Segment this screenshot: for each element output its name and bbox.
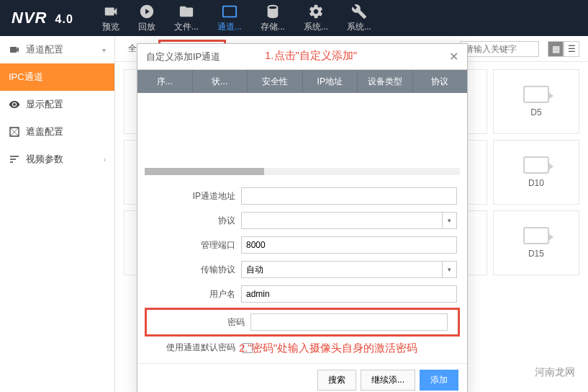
nav-system[interactable]: 系统... [304, 4, 328, 33]
modal-footer: 搜索 继续添... 添加 [137, 363, 467, 392]
nav-label: 文件... [174, 21, 199, 33]
ip-address-input[interactable] [241, 187, 457, 205]
camera-placeholder-icon [523, 156, 549, 174]
device-card[interactable]: D10 [493, 140, 579, 205]
sidebar-item-label: 视频参数 [26, 153, 63, 166]
ip-address-label: IP通道地址 [148, 190, 241, 202]
password-input[interactable] [250, 313, 448, 331]
view-toggle: ▦ ☰ [548, 41, 579, 57]
custom-add-modal: 自定义添加IP通道 ✕ 序... 状... 安全性 IP地址 设备类型 协议 I… [137, 43, 468, 392]
row-transport: 传输协议 ▾ [137, 257, 467, 282]
row-ip-address: IP通道地址 [137, 184, 467, 208]
nav-channel[interactable]: 通道... [217, 4, 242, 33]
device-card[interactable]: D5 [493, 69, 579, 134]
annotation-2: 2."密码"处输入摄像头自身的激活密码 [239, 342, 417, 355]
modal-title: 自定义添加IP通道 [146, 50, 220, 63]
device-card[interactable]: D15 [493, 210, 579, 275]
nav-preview[interactable]: 预览 [102, 4, 119, 33]
chevron-down-icon[interactable]: ▾ [443, 261, 457, 278]
gear-icon [308, 4, 324, 19]
nav-file[interactable]: 文件... [174, 4, 199, 33]
camera-placeholder-icon [523, 86, 549, 103]
top-navbar: NVR 4.0 预览 回放 文件... 通道... 存储... 系统... [0, 0, 588, 36]
channel-icon [222, 4, 238, 19]
password-label: 密码 [157, 316, 250, 329]
horizontal-scrollbar[interactable] [145, 168, 460, 175]
sidebar-header-label: 通道配置 [26, 43, 63, 56]
sidebar-item-label: 遮盖配置 [26, 125, 63, 138]
continue-add-button[interactable]: 继续添... [361, 370, 415, 391]
tab-ip[interactable]: IP地址 [303, 70, 358, 93]
sidebar-item-label: 显示配置 [26, 98, 63, 111]
add-button[interactable]: 添加 [420, 370, 458, 391]
storage-icon [265, 4, 281, 19]
nav-storage[interactable]: 存储... [261, 4, 285, 33]
tab-status[interactable]: 状... [193, 70, 248, 93]
sidebar: 通道配置 ▾ IPC通道 显示配置 遮盖配置 视频参数 › [0, 36, 115, 392]
modal-tabs: 序... 状... 安全性 IP地址 设备类型 协议 [137, 70, 467, 93]
row-port: 管理端口 [137, 233, 467, 257]
protocol-label: 协议 [148, 215, 241, 227]
nav-label: 系统... [347, 21, 371, 33]
close-icon[interactable]: ✕ [449, 50, 458, 63]
playback-icon [139, 4, 155, 19]
row-password: 密码 [145, 308, 460, 337]
nav-label: 回放 [138, 21, 155, 33]
port-input[interactable] [241, 236, 457, 254]
device-label: D15 [528, 249, 544, 259]
modal-body: IP通道地址 协议 ▾ 管理端口 传输协议 ▾ [137, 93, 467, 363]
tab-protocol[interactable]: 协议 [413, 70, 468, 93]
top-nav: 预览 回放 文件... 通道... 存储... 系统... 系统... [102, 4, 371, 33]
view-list-button[interactable]: ☰ [564, 41, 579, 57]
tab-security[interactable]: 安全性 [248, 70, 303, 93]
sliders-icon [9, 153, 20, 165]
transport-select[interactable] [241, 261, 443, 278]
sidebar-item-mask[interactable]: 遮盖配置 [0, 118, 114, 146]
sidebar-header[interactable]: 通道配置 ▾ [0, 36, 114, 63]
wrench-icon [351, 4, 367, 19]
chevron-down-icon[interactable]: ▾ [443, 212, 457, 229]
transport-label: 传输协议 [148, 264, 241, 276]
protocol-select[interactable] [241, 212, 443, 229]
folder-icon [178, 4, 194, 19]
sidebar-item-display[interactable]: 显示配置 [0, 91, 114, 118]
view-grid-button[interactable]: ▦ [548, 41, 564, 57]
brand-logo: NVR 4.0 [12, 9, 73, 27]
tab-device-type[interactable]: 设备类型 [358, 70, 413, 93]
chevron-right-icon: › [104, 156, 106, 164]
device-label: D10 [528, 178, 544, 188]
scrollbar-thumb[interactable] [145, 168, 264, 175]
camera-icon [103, 4, 119, 19]
row-protocol: 协议 ▾ [137, 208, 467, 233]
tab-index[interactable]: 序... [137, 70, 193, 93]
row-username: 用户名 [137, 282, 467, 306]
nav-label: 通道... [217, 21, 242, 33]
nav-maintenance[interactable]: 系统... [347, 4, 371, 33]
camera-placeholder-icon [523, 227, 549, 244]
chevron-down-icon: ▾ [102, 46, 106, 54]
video-icon [9, 44, 20, 55]
search-input[interactable] [460, 41, 539, 57]
default-password-label: 使用通道默认密码 [148, 342, 241, 354]
watermark: 河南龙网 [535, 366, 575, 379]
main-content: 全选 + 自定义添... 删除 导入/导出 更多配置 ▦ ☰ D5 D10 D1… [115, 36, 588, 392]
nav-playback[interactable]: 回放 [138, 4, 155, 33]
device-list-empty [137, 96, 467, 168]
username-label: 用户名 [148, 288, 241, 300]
username-input[interactable] [241, 285, 457, 303]
brand-version: 4.0 [55, 13, 73, 25]
port-label: 管理端口 [148, 239, 241, 251]
eye-icon [9, 99, 20, 110]
nav-label: 系统... [304, 21, 328, 33]
annotation-1: 1.点击"自定义添加" [265, 49, 357, 63]
sidebar-item-video-params[interactable]: 视频参数 › [0, 146, 114, 173]
search-button[interactable]: 搜索 [317, 370, 356, 391]
nav-label: 预览 [102, 21, 119, 33]
nav-label: 存储... [261, 21, 285, 33]
device-label: D5 [530, 107, 541, 117]
sidebar-item-label: IPC通道 [9, 71, 43, 84]
sidebar-item-ipc[interactable]: IPC通道 [0, 63, 114, 91]
brand-name: NVR [12, 9, 47, 27]
mask-icon [9, 126, 20, 138]
